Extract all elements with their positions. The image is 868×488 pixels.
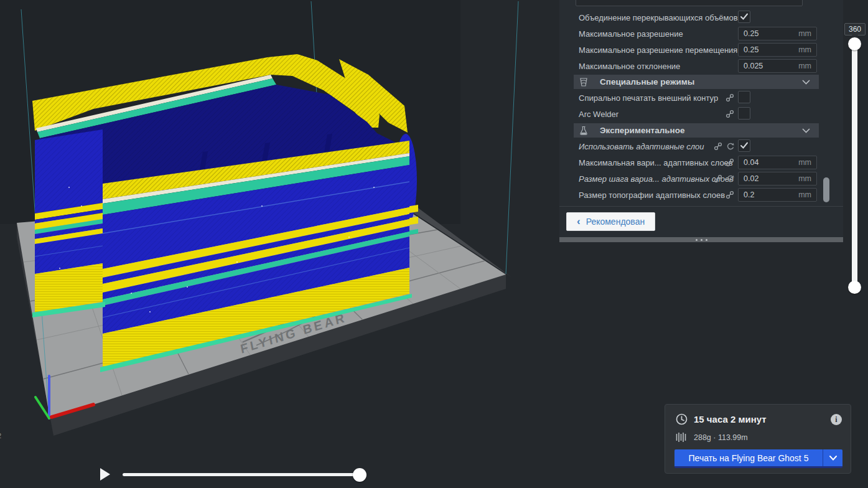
setting-value: 0.25: [744, 29, 758, 38]
cura-window: FLYING BEAR: [0, 0, 868, 488]
setting-unit: mm: [798, 29, 811, 38]
setting-input[interactable]: 0.025mm: [738, 59, 817, 73]
print-time: 15 часа 2 минут: [694, 414, 767, 425]
setting-label: Размер шага вариа... адаптивных слоев: [579, 174, 734, 184]
material-usage: 288g · 113.99m: [694, 433, 748, 442]
path-playback: [93, 464, 380, 486]
recommended-mode-button[interactable]: ‹ Рекомендован: [566, 212, 655, 231]
play-button[interactable]: [93, 464, 114, 485]
setting-row: Размер топографии адаптивных слоев0.2mm: [559, 187, 843, 203]
chevron-down-icon: [802, 80, 810, 85]
model-left-object: [32, 129, 105, 317]
layer-slider-lower-handle[interactable]: [848, 281, 861, 294]
settings-panel: Объединение перекрывающихся объёмовМакси…: [559, 0, 843, 243]
setting-checkbox[interactable]: [738, 91, 750, 103]
print-button-group: Печать на Flying Bear Ghost 5: [674, 449, 842, 468]
setting-checkbox[interactable]: [738, 139, 750, 152]
setting-label: Размер топографии адаптивных слоев: [579, 190, 725, 200]
setting-input[interactable]: 0.25mm: [738, 27, 817, 40]
play-icon: [96, 466, 112, 482]
section-title: Специальные режимы: [600, 77, 694, 87]
setting-row: Arc Welder: [559, 106, 843, 122]
setting-row: Максимальная вари... адаптивных слоев0.0…: [559, 154, 843, 171]
checkmark-icon: [740, 142, 749, 149]
playback-track[interactable]: [123, 473, 360, 476]
setting-label: Максимальная вари... адаптивных слоев: [579, 158, 733, 167]
setting-checkbox[interactable]: [738, 11, 750, 23]
setting-value: 0.25: [744, 45, 758, 54]
setting-row: Спирально печатать внешний контур: [559, 90, 843, 106]
undo-arrow-icon[interactable]: [726, 175, 734, 183]
playback-handle[interactable]: [353, 468, 366, 482]
undo-arrow-icon[interactable]: [726, 143, 734, 151]
chain-link-icon: [726, 158, 734, 167]
setting-label: Объединение перекрывающихся объёмов: [579, 13, 738, 22]
section-header-experimental[interactable]: Экспериментальное: [574, 123, 819, 138]
layer-slider-upper-handle[interactable]: [848, 37, 861, 50]
info-icon[interactable]: i: [831, 414, 842, 425]
setting-unit: mm: [798, 174, 811, 183]
panel-divider: [559, 206, 843, 207]
setting-row: Размер шага вариа... адаптивных слоев0.0…: [559, 171, 843, 187]
chevron-down-icon: [802, 128, 810, 133]
setting-label: Максимальное отклонение: [579, 62, 680, 71]
chevron-down-icon: [802, 128, 810, 133]
setting-label: Максимальное разрешение: [579, 29, 683, 39]
chain-link-icon: [726, 93, 734, 102]
print-button[interactable]: Печать на Flying Bear Ghost 5: [674, 449, 823, 466]
setting-label: Максимальное разрешение перемещения: [579, 45, 737, 55]
setting-value: 0.02: [744, 174, 758, 183]
setting-checkbox[interactable]: [738, 107, 750, 120]
chevron-down-icon: [802, 80, 810, 85]
chain-link-icon: [714, 142, 722, 151]
panel-scrollbar[interactable]: [823, 177, 829, 202]
print-summary-card: 15 часа 2 минут i 288g · 113.99m Печать …: [665, 404, 851, 474]
setting-unit: mm: [798, 158, 811, 167]
chain-link-icon: [726, 110, 734, 118]
layer-value: 360: [849, 25, 861, 34]
print-options-dropdown[interactable]: [823, 449, 842, 466]
edge-label: 2: [0, 432, 1, 439]
clock-icon: [676, 413, 688, 425]
layer-slider: 360: [844, 19, 868, 299]
setting-value: 0.025: [744, 62, 763, 70]
setting-label: Arc Welder: [579, 110, 618, 119]
setting-input[interactable]: 0.04mm: [738, 156, 817, 169]
setting-label: Использовать адаптивные слои: [579, 142, 704, 151]
setting-input[interactable]: 0.25mm: [738, 43, 817, 57]
setting-value: 0.04: [744, 158, 758, 167]
setting-unit: mm: [798, 190, 811, 199]
setting-row: Максимальное разрешение0.25mm: [559, 26, 843, 42]
chevron-down-icon: [829, 456, 837, 461]
chain-link-icon: [714, 174, 722, 183]
print-button-label: Печать на Flying Bear Ghost 5: [689, 453, 809, 463]
cutoff-setting-input[interactable]: [576, 0, 803, 6]
setting-input[interactable]: 0.2mm: [738, 188, 817, 202]
flask-icon: [579, 126, 589, 136]
layer-slider-track[interactable]: [852, 41, 857, 290]
setting-row: Использовать адаптивные слои: [559, 138, 843, 154]
spiral-vase-icon: [579, 77, 589, 87]
setting-label: Спирально печатать внешний контур: [579, 93, 718, 103]
filament-icon: [676, 432, 686, 443]
setting-row: Максимальное отклонение0.025mm: [559, 58, 843, 74]
chevron-left-icon: ‹: [577, 216, 581, 227]
setting-unit: mm: [798, 45, 811, 54]
setting-input[interactable]: 0.02mm: [738, 172, 817, 185]
recommended-label: Рекомендован: [586, 217, 645, 227]
panel-resize-handle[interactable]: [559, 237, 843, 242]
checkmark-icon: [740, 13, 749, 21]
layer-value-badge: 360: [844, 23, 866, 35]
setting-unit: mm: [798, 62, 811, 70]
chain-link-icon: [726, 190, 734, 199]
section-header-special-modes[interactable]: Специальные режимы: [574, 75, 819, 89]
setting-row: Объединение перекрывающихся объёмов: [559, 9, 843, 26]
setting-value: 0.2: [744, 190, 754, 199]
section-title: Экспериментальное: [600, 126, 684, 135]
setting-row: Максимальное разрешение перемещения0.25m…: [559, 42, 843, 58]
